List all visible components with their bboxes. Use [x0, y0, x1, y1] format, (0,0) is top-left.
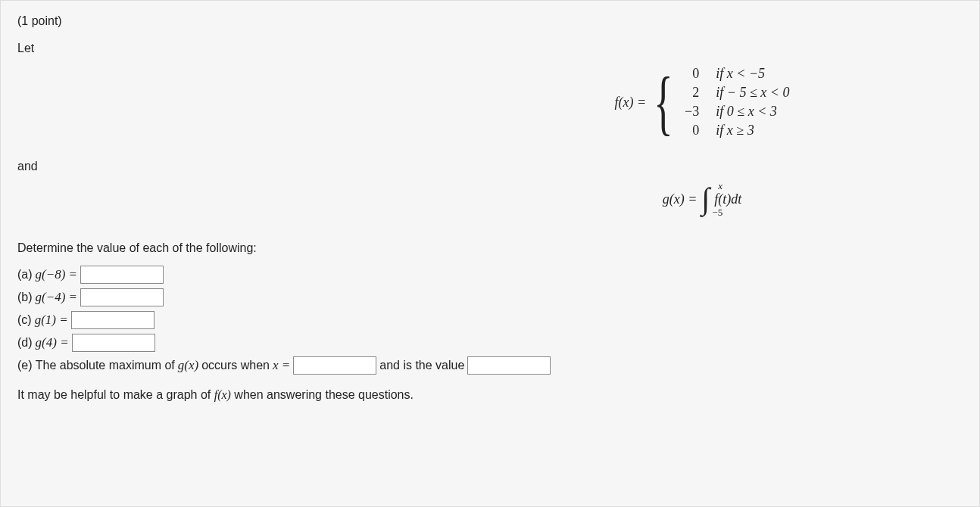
part-e-xeq: x = [273, 358, 290, 373]
integral-symbol: ∫ x −5 [701, 184, 710, 214]
case-val: −3 [678, 104, 699, 120]
integral-lower: −5 [712, 207, 723, 217]
part-a-label: (a) [17, 268, 33, 281]
part-e-pre: (e) The absolute maximum of [17, 359, 175, 372]
part-b-label: (b) [17, 291, 33, 304]
hint-text: It may be helpful to make a graph of f(x… [17, 388, 963, 402]
part-e-gx: g(x) [178, 358, 198, 373]
answer-input-d[interactable] [72, 334, 155, 352]
case-cond: if 0 ≤ x < 3 [716, 104, 789, 120]
part-b: (b) g(−4) = [17, 288, 963, 306]
case-cond: if x ≥ 3 [716, 123, 789, 138]
fx-label: f(x) = [615, 95, 647, 110]
part-c-label: (c) [17, 313, 32, 327]
answer-input-e-val[interactable] [467, 356, 551, 375]
integrand: f(t)dt [714, 191, 741, 207]
case-cond: if x < −5 [716, 66, 789, 82]
hint-pre: It may be helpful to make a graph of [17, 388, 214, 401]
part-e-post: and is the value [379, 359, 464, 372]
hint-post: when answering these questions. [234, 388, 414, 401]
gx-lhs: g(x) = [663, 191, 698, 207]
piecewise-cases: 0 if x < −5 2 if − 5 ≤ x < 0 −3 if 0 ≤ x… [678, 66, 789, 138]
answer-input-a[interactable] [80, 266, 164, 284]
part-e: (e) The absolute maximum of g(x) occurs … [17, 356, 963, 375]
part-c-expr: g(1) = [35, 313, 68, 328]
intro-let: Let [17, 42, 963, 55]
determine-text: Determine the value of each of the follo… [17, 241, 963, 255]
case-cond: if − 5 ≤ x < 0 [716, 85, 789, 101]
problem-container: (1 point) Let f(x) = { 0 if x < −5 2 if … [0, 0, 980, 507]
answer-input-b[interactable] [80, 288, 164, 306]
part-b-expr: g(−4) = [36, 290, 78, 305]
gx-definition: g(x) = ∫ x −5 f(t)dt [17, 184, 963, 214]
part-a: (a) g(−8) = [17, 266, 963, 284]
and-text: and [17, 160, 963, 173]
part-d-label: (d) [17, 336, 33, 350]
part-a-expr: g(−8) = [36, 267, 78, 282]
piecewise-definition: f(x) = { 0 if x < −5 2 if − 5 ≤ x < 0 −3… [17, 66, 963, 138]
integral-upper: x [718, 181, 723, 191]
part-d-expr: g(4) = [36, 335, 69, 350]
answer-input-e-x[interactable] [293, 356, 376, 375]
case-val: 0 [678, 66, 699, 82]
answer-input-c[interactable] [71, 311, 154, 329]
left-brace: { [654, 76, 673, 127]
part-e-mid: occurs when [201, 359, 270, 372]
hint-fx: f(x) [214, 388, 231, 401]
part-c: (c) g(1) = [17, 311, 963, 329]
case-val: 0 [678, 123, 699, 138]
case-val: 2 [678, 85, 699, 101]
part-d: (d) g(4) = [17, 334, 963, 352]
points-label: (1 point) [17, 14, 963, 28]
